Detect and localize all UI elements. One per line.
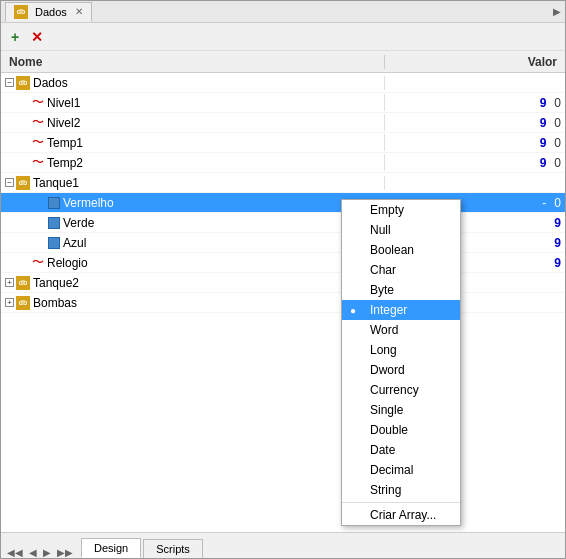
- row-name-verde: Verde: [1, 216, 385, 230]
- tree-row[interactable]: + db Bombas: [1, 293, 565, 313]
- menu-item-double[interactable]: Double: [342, 420, 460, 440]
- row-val-nivel1: 9 0: [385, 96, 565, 110]
- menu-item-date[interactable]: Date: [342, 440, 460, 460]
- menu-item-criar-array[interactable]: Criar Array...: [342, 505, 460, 525]
- menu-item-single[interactable]: Single: [342, 400, 460, 420]
- val-black-vermelho: 0: [554, 196, 561, 210]
- tab-design[interactable]: Design: [81, 538, 141, 558]
- tree-row[interactable]: − db Dados: [1, 73, 565, 93]
- nav-next-button[interactable]: ▶: [41, 547, 53, 558]
- menu-bullet-integer: ●: [350, 305, 356, 316]
- menu-item-integer[interactable]: ● Integer: [342, 300, 460, 320]
- tree-row[interactable]: − db Tanque1: [1, 173, 565, 193]
- main-window: db Dados ✕ ▶ + ✕ Nome Valor − db Dados: [0, 0, 566, 559]
- menu-item-currency[interactable]: Currency: [342, 380, 460, 400]
- val-vermelho: -: [542, 196, 546, 210]
- tree-row-selected[interactable]: Vermelho - 0: [1, 193, 565, 213]
- tree-row[interactable]: 〜 Temp1 9 0: [1, 133, 565, 153]
- add-button[interactable]: +: [5, 27, 25, 47]
- row-name-tanque2: + db Tanque2: [1, 276, 385, 290]
- close-button[interactable]: ✕: [75, 6, 83, 17]
- label-temp2: Temp2: [47, 156, 83, 170]
- expand-bombas[interactable]: +: [5, 298, 14, 307]
- label-azul: Azul: [63, 236, 86, 250]
- val-black-temp2: 0: [554, 156, 561, 170]
- val-blue-temp1: 9: [540, 136, 547, 150]
- val-black-temp1: 0: [554, 136, 561, 150]
- label-nivel2: Nivel2: [47, 116, 80, 130]
- context-menu[interactable]: Empty Null Boolean Char Byte ● Integer W…: [341, 199, 461, 526]
- val-blue-azul: 9: [554, 236, 561, 250]
- main-content: Nome Valor − db Dados 〜 Nivel1: [1, 51, 565, 532]
- row-name-azul: Azul: [1, 236, 385, 250]
- square-icon-verde: [48, 217, 60, 229]
- nav-prev-button[interactable]: ◀: [27, 547, 39, 558]
- val-blue-relogio: 9: [554, 256, 561, 270]
- tab-scripts[interactable]: Scripts: [143, 539, 203, 558]
- menu-label-integer: Integer: [370, 303, 407, 317]
- signal-icon-nivel2: 〜: [32, 114, 44, 131]
- header-name: Nome: [1, 55, 385, 69]
- label-temp1: Temp1: [47, 136, 83, 150]
- menu-label-decimal: Decimal: [370, 463, 413, 477]
- tab-scripts-label: Scripts: [156, 543, 190, 555]
- val-blue-nivel2: 9: [540, 116, 547, 130]
- nav-arrows: ◀◀ ◀ ▶ ▶▶: [5, 547, 75, 558]
- menu-label-char: Char: [370, 263, 396, 277]
- menu-item-null[interactable]: Null: [342, 220, 460, 240]
- tree-row[interactable]: Verde 9: [1, 213, 565, 233]
- menu-label-empty: Empty: [370, 203, 404, 217]
- val-blue-verde: 9: [554, 216, 561, 230]
- tree-row[interactable]: 〜 Nivel2 9 0: [1, 113, 565, 133]
- window-tab[interactable]: db Dados ✕: [5, 2, 92, 22]
- menu-label-criar-array: Criar Array...: [370, 508, 436, 522]
- expand-tanque1[interactable]: −: [5, 178, 14, 187]
- menu-item-word[interactable]: Word: [342, 320, 460, 340]
- menu-item-dword[interactable]: Dword: [342, 360, 460, 380]
- label-tanque2: Tanque2: [33, 276, 79, 290]
- tree-row[interactable]: + db Tanque2: [1, 273, 565, 293]
- db-icon-dados: db: [16, 76, 30, 90]
- row-val-nivel2: 9 0: [385, 116, 565, 130]
- nav-first-button[interactable]: ◀◀: [5, 547, 25, 558]
- menu-item-byte[interactable]: Byte: [342, 280, 460, 300]
- signal-icon-relogio: 〜: [32, 254, 44, 271]
- row-name-vermelho: Vermelho: [1, 196, 385, 210]
- row-name-temp1: 〜 Temp1: [1, 134, 385, 151]
- square-icon-vermelho: [48, 197, 60, 209]
- tree-row[interactable]: 〜 Temp2 9 0: [1, 153, 565, 173]
- tree-row[interactable]: 〜 Nivel1 9 0: [1, 93, 565, 113]
- db-icon-tanque1: db: [16, 176, 30, 190]
- tree-row[interactable]: 〜 Relogio 9: [1, 253, 565, 273]
- row-name-bombas: + db Bombas: [1, 296, 385, 310]
- val-blue-temp2: 9: [540, 156, 547, 170]
- menu-label-byte: Byte: [370, 283, 394, 297]
- delete-button[interactable]: ✕: [27, 27, 47, 47]
- menu-item-string[interactable]: String: [342, 480, 460, 500]
- expand-dados[interactable]: −: [5, 78, 14, 87]
- menu-label-double: Double: [370, 423, 408, 437]
- tree-area[interactable]: − db Dados 〜 Nivel1 9 0: [1, 73, 565, 532]
- expand-tanque2[interactable]: +: [5, 278, 14, 287]
- menu-label-dword: Dword: [370, 363, 405, 377]
- menu-label-single: Single: [370, 403, 403, 417]
- menu-item-decimal[interactable]: Decimal: [342, 460, 460, 480]
- row-name-tanque1: − db Tanque1: [1, 176, 385, 190]
- tab-design-label: Design: [94, 542, 128, 554]
- signal-icon-nivel1: 〜: [32, 94, 44, 111]
- header-valor: Valor: [385, 55, 565, 69]
- menu-item-long[interactable]: Long: [342, 340, 460, 360]
- signal-icon-temp2: 〜: [32, 154, 44, 171]
- menu-item-char[interactable]: Char: [342, 260, 460, 280]
- menu-item-empty[interactable]: Empty: [342, 200, 460, 220]
- row-name-dados: − db Dados: [1, 76, 385, 90]
- tree-row[interactable]: Azul 9: [1, 233, 565, 253]
- label-bombas: Bombas: [33, 296, 77, 310]
- val-black-nivel2: 0: [554, 116, 561, 130]
- menu-label-currency: Currency: [370, 383, 419, 397]
- menu-item-boolean[interactable]: Boolean: [342, 240, 460, 260]
- menu-label-null: Null: [370, 223, 391, 237]
- menu-separator: [342, 502, 460, 503]
- val-black-nivel1: 0: [554, 96, 561, 110]
- nav-last-button[interactable]: ▶▶: [55, 547, 75, 558]
